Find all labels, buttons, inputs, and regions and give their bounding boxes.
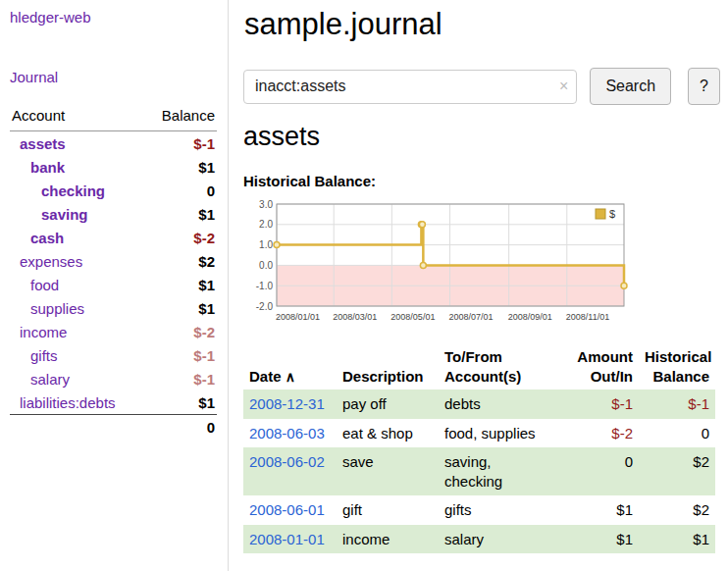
txn-date-cell: 2008-06-01 <box>243 495 337 525</box>
svg-text:1.0: 1.0 <box>259 239 273 250</box>
accounts-total-spacer <box>10 415 145 440</box>
main-content: sample.journal × Search ? assets Histori… <box>230 0 728 571</box>
svg-text:2008/07/01: 2008/07/01 <box>449 312 494 322</box>
sidebar-account-link[interactable]: income <box>20 324 67 340</box>
account-balance: 0 <box>145 179 217 202</box>
account-balance: $2 <box>145 249 217 273</box>
sidebar-account-link[interactable]: liabilities:debts <box>20 394 116 411</box>
txn-amount: $-1 <box>555 389 639 419</box>
account-balance: $-2 <box>145 226 217 249</box>
account-balance: $1 <box>145 390 217 415</box>
txn-balance: $2 <box>639 447 715 495</box>
account-name-cell: checking <box>10 179 145 202</box>
account-balance: $1 <box>145 155 217 179</box>
transaction-date-link[interactable]: 2008-01-01 <box>249 531 325 547</box>
txn-accounts: food, supplies <box>439 419 555 448</box>
txn-balance: $-1 <box>639 389 715 419</box>
transaction-date-link[interactable]: 2008-06-03 <box>249 425 325 441</box>
svg-text:$: $ <box>609 208 615 220</box>
accounts-table: Account Balance assets$-1bank$1checking0… <box>10 105 217 440</box>
account-row: supplies$1 <box>10 296 217 320</box>
sidebar-account-link[interactable]: gifts <box>30 347 58 364</box>
svg-text:2008/05/01: 2008/05/01 <box>390 312 435 322</box>
register-header-row: Date ∧ Description To/From Account(s) Am… <box>243 345 715 389</box>
account-row: food$1 <box>10 273 217 296</box>
txn-accounts: gifts <box>439 495 555 525</box>
sidebar-account-link[interactable]: bank <box>30 159 65 176</box>
txn-amount: $1 <box>555 525 639 554</box>
register-table: Date ∧ Description To/From Account(s) Am… <box>243 345 715 553</box>
account-row: checking0 <box>10 179 217 202</box>
svg-text:-1.0: -1.0 <box>256 281 274 291</box>
transaction-row[interactable]: 2008-06-02savesaving, checking0$2 <box>243 447 715 495</box>
accounts-header-balance: Balance <box>145 105 217 131</box>
sidebar-account-link[interactable]: supplies <box>30 300 84 317</box>
txn-date-cell: 2008-01-01 <box>243 525 337 554</box>
account-balance: $-2 <box>145 320 217 343</box>
account-row: bank$1 <box>10 155 217 179</box>
transaction-row[interactable]: 2008-06-01giftgifts$1$2 <box>243 495 715 525</box>
register-header-amount: Amount Out/In <box>555 345 639 389</box>
txn-date-cell: 2008-06-02 <box>243 447 337 495</box>
sidebar-item-journal[interactable]: Journal <box>10 69 217 85</box>
svg-text:2008/11/01: 2008/11/01 <box>566 312 609 322</box>
sidebar: hledger-web Journal Account Balance asse… <box>0 0 229 571</box>
account-row: saving$1 <box>10 202 217 226</box>
register-header-date-label: Date <box>249 368 282 385</box>
register-header-accounts: To/From Account(s) <box>439 345 555 389</box>
app-title-link[interactable]: hledger-web <box>10 9 217 26</box>
svg-text:-2.0: -2.0 <box>256 301 274 312</box>
accounts-header-account: Account <box>10 105 145 131</box>
account-name-cell: bank <box>10 155 145 179</box>
sidebar-account-link[interactable]: cash <box>30 230 64 246</box>
txn-date-cell: 2008-12-31 <box>243 389 337 419</box>
register-header-description: Description <box>337 345 439 389</box>
account-heading: assets <box>243 122 720 152</box>
sidebar-account-link[interactable]: saving <box>41 206 88 223</box>
txn-amount: $1 <box>555 495 639 525</box>
transaction-date-link[interactable]: 2008-06-01 <box>249 501 325 518</box>
account-name-cell: supplies <box>10 296 145 320</box>
account-name-cell: food <box>10 273 145 296</box>
help-button[interactable]: ? <box>688 68 720 105</box>
txn-amount: $-2 <box>555 419 639 448</box>
chart-title: Historical Balance: <box>243 173 720 189</box>
register-rows: 2008-12-31pay offdebts$-1$-12008-06-03ea… <box>243 389 715 553</box>
sidebar-account-link[interactable]: checking <box>41 182 105 199</box>
txn-accounts: saving, checking <box>439 447 555 495</box>
txn-description: gift <box>337 495 439 525</box>
svg-text:2008/09/01: 2008/09/01 <box>508 312 552 322</box>
txn-description: eat & shop <box>337 419 439 448</box>
accounts-total-value: 0 <box>145 415 217 440</box>
accounts-total-row: 0 <box>10 415 217 440</box>
account-row: cash$-2 <box>10 226 217 249</box>
account-row: salary$-1 <box>10 367 217 390</box>
account-row: income$-2 <box>10 320 217 343</box>
transaction-row[interactable]: 2008-12-31pay offdebts$-1$-1 <box>243 389 715 419</box>
transaction-row[interactable]: 2008-01-01incomesalary$1$1 <box>243 525 715 554</box>
register-header-date[interactable]: Date ∧ <box>243 345 337 389</box>
sidebar-account-link[interactable]: assets <box>20 135 66 152</box>
txn-accounts: debts <box>439 389 555 419</box>
balance-chart: 3.02.01.00.0-1.0-2.02008/01/012008/03/01… <box>243 196 634 332</box>
svg-text:2008/01/01: 2008/01/01 <box>276 312 320 322</box>
search-input[interactable] <box>243 70 577 104</box>
txn-balance: 0 <box>639 419 715 448</box>
accounts-rows: assets$-1bank$1checking0saving$1cash$-2e… <box>10 131 217 415</box>
account-name-cell: income <box>10 320 145 343</box>
account-name-cell: gifts <box>10 343 145 367</box>
sidebar-account-link[interactable]: expenses <box>20 253 82 270</box>
transaction-date-link[interactable]: 2008-12-31 <box>249 395 325 412</box>
transaction-date-link[interactable]: 2008-06-02 <box>249 453 325 470</box>
sidebar-account-link[interactable]: salary <box>30 371 70 388</box>
account-row: liabilities:debts$1 <box>10 390 217 415</box>
sidebar-account-link[interactable]: food <box>30 277 59 293</box>
txn-amount: 0 <box>555 447 639 495</box>
txn-description: save <box>337 447 439 495</box>
account-row: assets$-1 <box>10 131 217 156</box>
svg-text:2008/03/01: 2008/03/01 <box>333 312 377 322</box>
clear-search-icon[interactable]: × <box>559 78 568 95</box>
transaction-row[interactable]: 2008-06-03eat & shopfood, supplies$-20 <box>243 419 715 448</box>
search-button[interactable]: Search <box>590 68 671 105</box>
account-name-cell: saving <box>10 202 145 226</box>
